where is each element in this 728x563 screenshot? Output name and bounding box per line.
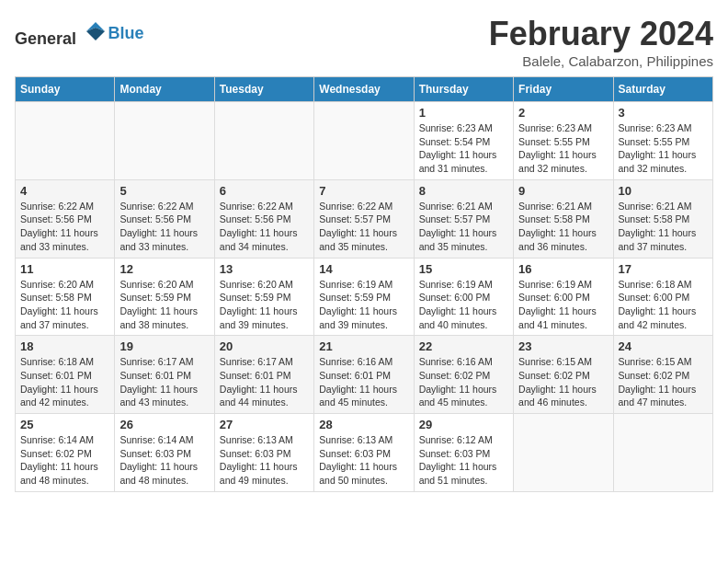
calendar-cell: 10Sunrise: 6:21 AMSunset: 5:58 PMDayligh… <box>613 179 712 258</box>
day-number: 20 <box>220 339 309 353</box>
day-info: Sunrise: 6:15 AMSunset: 6:02 PMDaylight:… <box>619 355 708 409</box>
calendar-cell: 12Sunrise: 6:20 AMSunset: 5:59 PMDayligh… <box>115 258 214 336</box>
col-header-friday: Friday <box>514 77 613 102</box>
day-number: 22 <box>419 339 508 353</box>
calendar-cell: 11Sunrise: 6:20 AMSunset: 5:58 PMDayligh… <box>16 258 115 336</box>
day-info: Sunrise: 6:20 AMSunset: 5:59 PMDaylight:… <box>119 278 209 332</box>
calendar-cell: 13Sunrise: 6:20 AMSunset: 5:59 PMDayligh… <box>214 258 313 336</box>
calendar-week-3: 11Sunrise: 6:20 AMSunset: 5:58 PMDayligh… <box>16 258 713 336</box>
day-number: 18 <box>20 339 109 353</box>
logo-general-text: General <box>15 29 76 48</box>
day-info: Sunrise: 6:18 AMSunset: 6:00 PMDaylight:… <box>619 278 708 332</box>
day-number: 8 <box>419 184 508 198</box>
day-info: Sunrise: 6:20 AMSunset: 5:59 PMDaylight:… <box>220 278 309 332</box>
day-info: Sunrise: 6:19 AMSunset: 5:59 PMDaylight:… <box>319 278 408 332</box>
calendar-cell: 24Sunrise: 6:15 AMSunset: 6:02 PMDayligh… <box>613 336 712 414</box>
calendar-week-1: 1Sunrise: 6:23 AMSunset: 5:54 PMDaylight… <box>16 102 713 180</box>
day-info: Sunrise: 6:18 AMSunset: 6:01 PMDaylight:… <box>20 355 109 409</box>
page-subtitle: Balele, Calabarzon, Philippines <box>489 53 713 69</box>
header: General Blue February 2024 Balele, Calab… <box>15 15 713 69</box>
day-number: 21 <box>319 339 408 353</box>
day-info: Sunrise: 6:21 AMSunset: 5:58 PMDaylight:… <box>518 200 608 254</box>
day-number: 28 <box>319 418 408 431</box>
day-number: 6 <box>220 184 309 198</box>
day-info: Sunrise: 6:21 AMSunset: 5:57 PMDaylight:… <box>419 200 508 254</box>
logo-blue-text: Blue <box>108 24 144 43</box>
day-number: 27 <box>220 418 309 431</box>
calendar-cell: 15Sunrise: 6:19 AMSunset: 6:00 PMDayligh… <box>414 258 513 336</box>
calendar-cell: 25Sunrise: 6:14 AMSunset: 6:02 PMDayligh… <box>16 414 115 492</box>
calendar-week-4: 18Sunrise: 6:18 AMSunset: 6:01 PMDayligh… <box>16 336 713 414</box>
calendar-cell <box>514 414 613 492</box>
day-number: 26 <box>119 418 209 431</box>
day-info: Sunrise: 6:16 AMSunset: 6:02 PMDaylight:… <box>419 355 508 409</box>
calendar-cell: 8Sunrise: 6:21 AMSunset: 5:57 PMDaylight… <box>414 179 513 258</box>
calendar-header-row: SundayMondayTuesdayWednesdayThursdayFrid… <box>16 77 713 102</box>
day-info: Sunrise: 6:19 AMSunset: 6:00 PMDaylight:… <box>518 278 608 332</box>
day-number: 1 <box>419 106 508 120</box>
col-header-wednesday: Wednesday <box>314 77 414 102</box>
day-number: 16 <box>518 262 608 276</box>
day-info: Sunrise: 6:17 AMSunset: 6:01 PMDaylight:… <box>220 355 309 409</box>
day-info: Sunrise: 6:16 AMSunset: 6:01 PMDaylight:… <box>319 355 408 409</box>
day-info: Sunrise: 6:23 AMSunset: 5:54 PMDaylight:… <box>419 121 508 176</box>
calendar-cell: 7Sunrise: 6:22 AMSunset: 5:57 PMDaylight… <box>314 179 414 258</box>
calendar-cell: 5Sunrise: 6:22 AMSunset: 5:56 PMDaylight… <box>115 179 214 258</box>
calendar-cell: 22Sunrise: 6:16 AMSunset: 6:02 PMDayligh… <box>414 336 513 414</box>
day-number: 23 <box>518 339 608 353</box>
day-info: Sunrise: 6:21 AMSunset: 5:58 PMDaylight:… <box>619 200 708 254</box>
calendar-cell: 26Sunrise: 6:14 AMSunset: 6:03 PMDayligh… <box>115 414 214 492</box>
day-number: 17 <box>619 262 708 276</box>
day-number: 24 <box>619 339 708 353</box>
calendar-cell: 19Sunrise: 6:17 AMSunset: 6:01 PMDayligh… <box>115 336 214 414</box>
calendar-week-2: 4Sunrise: 6:22 AMSunset: 5:56 PMDaylight… <box>16 179 713 258</box>
title-area: February 2024 Balele, Calabarzon, Philip… <box>489 15 713 69</box>
calendar-cell <box>214 102 313 180</box>
calendar-cell: 18Sunrise: 6:18 AMSunset: 6:01 PMDayligh… <box>16 336 115 414</box>
day-number: 15 <box>419 262 508 276</box>
calendar-cell: 16Sunrise: 6:19 AMSunset: 6:00 PMDayligh… <box>514 258 613 336</box>
calendar-cell: 2Sunrise: 6:23 AMSunset: 5:55 PMDaylight… <box>514 102 613 180</box>
logo: General Blue <box>15 18 144 49</box>
col-header-saturday: Saturday <box>613 77 712 102</box>
calendar-cell <box>613 414 712 492</box>
day-number: 7 <box>319 184 408 198</box>
day-number: 14 <box>319 262 408 276</box>
day-number: 9 <box>518 184 608 198</box>
calendar-cell <box>16 102 115 180</box>
day-info: Sunrise: 6:15 AMSunset: 6:02 PMDaylight:… <box>518 355 608 409</box>
day-number: 10 <box>619 184 708 198</box>
calendar-cell <box>115 102 214 180</box>
calendar-cell: 23Sunrise: 6:15 AMSunset: 6:02 PMDayligh… <box>514 336 613 414</box>
day-info: Sunrise: 6:14 AMSunset: 6:03 PMDaylight:… <box>119 433 209 488</box>
calendar-cell: 6Sunrise: 6:22 AMSunset: 5:56 PMDaylight… <box>214 179 313 258</box>
day-number: 3 <box>619 106 708 120</box>
day-info: Sunrise: 6:22 AMSunset: 5:57 PMDaylight:… <box>319 200 408 254</box>
logo-icon <box>83 18 108 44</box>
day-info: Sunrise: 6:13 AMSunset: 6:03 PMDaylight:… <box>220 433 309 488</box>
day-info: Sunrise: 6:13 AMSunset: 6:03 PMDaylight:… <box>319 433 408 488</box>
day-info: Sunrise: 6:14 AMSunset: 6:02 PMDaylight:… <box>20 433 109 488</box>
day-number: 4 <box>20 184 109 198</box>
calendar-week-5: 25Sunrise: 6:14 AMSunset: 6:02 PMDayligh… <box>16 414 713 492</box>
day-info: Sunrise: 6:20 AMSunset: 5:58 PMDaylight:… <box>20 278 109 332</box>
calendar-cell <box>314 102 414 180</box>
day-info: Sunrise: 6:22 AMSunset: 5:56 PMDaylight:… <box>220 200 309 254</box>
calendar-cell: 9Sunrise: 6:21 AMSunset: 5:58 PMDaylight… <box>514 179 613 258</box>
col-header-monday: Monday <box>115 77 214 102</box>
day-number: 5 <box>119 184 209 198</box>
day-number: 11 <box>20 262 109 276</box>
day-info: Sunrise: 6:22 AMSunset: 5:56 PMDaylight:… <box>119 200 209 254</box>
calendar-cell: 17Sunrise: 6:18 AMSunset: 6:00 PMDayligh… <box>613 258 712 336</box>
day-info: Sunrise: 6:22 AMSunset: 5:56 PMDaylight:… <box>20 200 109 254</box>
day-info: Sunrise: 6:12 AMSunset: 6:03 PMDaylight:… <box>419 433 508 488</box>
calendar-cell: 3Sunrise: 6:23 AMSunset: 5:55 PMDaylight… <box>613 102 712 180</box>
day-number: 29 <box>419 418 508 431</box>
calendar-cell: 1Sunrise: 6:23 AMSunset: 5:54 PMDaylight… <box>414 102 513 180</box>
calendar-cell: 21Sunrise: 6:16 AMSunset: 6:01 PMDayligh… <box>314 336 414 414</box>
calendar-cell: 29Sunrise: 6:12 AMSunset: 6:03 PMDayligh… <box>414 414 513 492</box>
calendar-cell: 20Sunrise: 6:17 AMSunset: 6:01 PMDayligh… <box>214 336 313 414</box>
col-header-sunday: Sunday <box>16 77 115 102</box>
day-info: Sunrise: 6:23 AMSunset: 5:55 PMDaylight:… <box>619 121 708 176</box>
page-title: February 2024 <box>489 15 713 53</box>
